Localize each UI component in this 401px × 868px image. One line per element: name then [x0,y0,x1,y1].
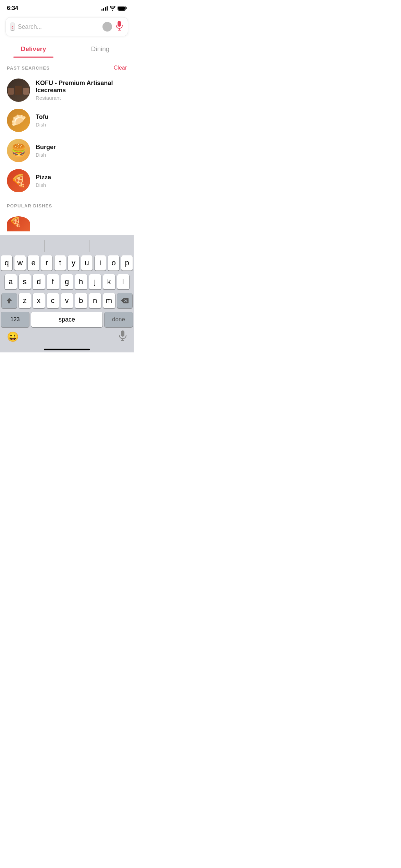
burger-name: Burger [36,144,127,151]
shift-key[interactable] [2,293,17,308]
tab-delivery[interactable]: Delivery [0,40,67,57]
wifi-icon [110,6,116,11]
search-input[interactable]: Search... [18,23,99,31]
list-item[interactable]: KOFU - Premium Artisanal Icecreams Resta… [0,75,134,105]
burger-type: Dish [36,152,127,158]
key-n[interactable]: n [89,293,101,308]
list-item[interactable]: 🥟 Tofu Dish [0,105,134,135]
search-bar-container: ‹ Search... [0,14,134,40]
search-bar[interactable]: ‹ Search... [5,17,128,36]
svg-rect-1 [126,7,127,9]
keyboard-accessory-row: 😀 [0,328,134,346]
key-f[interactable]: f [47,274,59,289]
keyboard-rows: q w e r t y u i o p a s d f g h j k l [0,254,134,308]
search-back-button[interactable]: ‹ [11,23,14,31]
search-microphone-icon[interactable] [116,21,123,33]
key-q[interactable]: q [1,255,12,270]
suggestion-left[interactable] [0,243,44,249]
list-item[interactable]: 🍕 Pizza Dish [0,166,134,196]
key-e[interactable]: e [28,255,39,270]
svg-rect-2 [118,7,125,10]
key-z[interactable]: z [19,293,31,308]
tofu-type: Dish [36,122,127,128]
numeric-key[interactable]: 123 [1,312,29,327]
keyboard[interactable]: q w e r t y u i o p a s d f g h j k l [0,235,134,352]
burger-info: Burger Dish [36,144,127,158]
battery-icon [118,6,127,11]
pizza-type: Dish [36,182,127,188]
key-i[interactable]: i [95,255,106,270]
keyboard-row-2: a s d f g h j k l [1,274,133,289]
keyboard-row-1: q w e r t y u i o p [1,255,133,270]
popular-dishes-section: POPULAR DISHES 🍕 [0,196,134,235]
key-k[interactable]: k [103,274,115,289]
svg-rect-3 [118,21,121,27]
key-d[interactable]: d [33,274,45,289]
key-o[interactable]: o [108,255,119,270]
key-w[interactable]: w [14,255,26,270]
key-r[interactable]: r [41,255,52,270]
past-searches-header: PAST SEARCHES Clear [0,57,134,75]
keyboard-suggestions-row [0,238,134,254]
keyboard-bottom-row: 123 space done [0,312,134,327]
past-searches-title: PAST SEARCHES [7,65,50,71]
key-m[interactable]: m [103,293,115,308]
key-p[interactable]: p [121,255,133,270]
popular-dishes-header: POPULAR DISHES [0,199,134,213]
key-b[interactable]: b [75,293,87,308]
key-y[interactable]: y [68,255,79,270]
key-j[interactable]: j [89,274,101,289]
signal-icon [101,6,108,11]
pizza-image: 🍕 [7,169,30,192]
key-x[interactable]: x [33,293,45,308]
kofu-type: Restaurant [36,95,127,101]
search-mic-area [102,21,123,33]
svg-rect-8 [121,330,124,337]
pizza-name: Pizza [36,174,127,181]
key-c[interactable]: c [47,293,59,308]
search-circle-icon [102,22,112,32]
status-bar: 6:34 [0,0,134,14]
burger-image: 🍔 [7,139,30,162]
popular-item-image: 🍕 [7,216,30,231]
key-s[interactable]: s [19,274,31,289]
tofu-info: Tofu Dish [36,113,127,128]
suggestion-middle[interactable] [45,243,89,249]
emoji-button[interactable]: 😀 [7,331,19,342]
key-l[interactable]: l [117,274,129,289]
kofu-image [7,79,30,102]
suggestion-right[interactable] [89,243,134,249]
kofu-name: KOFU - Premium Artisanal Icecreams [36,80,127,94]
status-time: 6:34 [7,5,18,12]
tofu-image: 🥟 [7,109,30,132]
home-bar [44,349,90,350]
list-item[interactable]: 🍕 [0,213,134,235]
pizza-info: Pizza Dish [36,174,127,188]
tofu-name: Tofu [36,113,127,121]
popular-dishes-title: POPULAR DISHES [7,203,52,208]
clear-button[interactable]: Clear [114,65,127,71]
key-h[interactable]: h [75,274,87,289]
list-item[interactable]: 🍔 Burger Dish [0,135,134,166]
key-g[interactable]: g [61,274,73,289]
tab-dining[interactable]: Dining [67,40,134,57]
status-icons [101,6,127,11]
delete-key[interactable] [117,293,132,308]
home-indicator [0,346,134,352]
key-v[interactable]: v [61,293,73,308]
done-key[interactable]: done [105,312,133,327]
keyboard-row-3: z x c v b n m [1,293,133,308]
key-a[interactable]: a [5,274,17,289]
tabs: Delivery Dining [0,40,134,57]
space-key[interactable]: space [31,312,102,327]
key-t[interactable]: t [54,255,66,270]
key-u[interactable]: u [81,255,93,270]
kofu-info: KOFU - Premium Artisanal Icecreams Resta… [36,80,127,101]
keyboard-microphone-button[interactable] [119,330,127,343]
